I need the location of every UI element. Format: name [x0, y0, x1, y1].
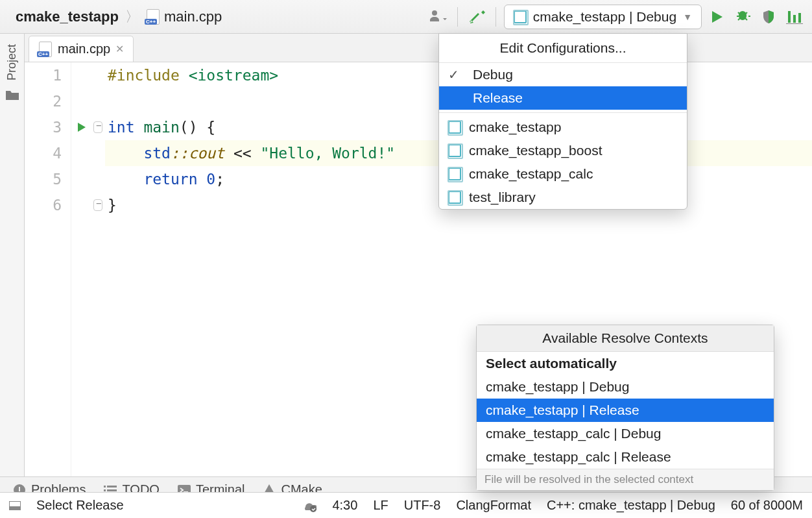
application-icon — [448, 144, 461, 157]
resolve-item-selected[interactable]: cmake_testapp | Release — [477, 399, 774, 422]
profile-label: Release — [473, 90, 523, 106]
target-cmake-testapp[interactable]: cmake_testapp — [439, 116, 687, 139]
panel-toggle-icon[interactable] — [9, 501, 21, 510]
svg-rect-3 — [104, 486, 106, 487]
breadcrumb-file[interactable]: main.cpp — [142, 7, 226, 27]
target-test-library[interactable]: test_library — [439, 186, 687, 209]
run-gutter — [71, 62, 91, 484]
svg-rect-5 — [104, 489, 106, 491]
breadcrumb-file-label: main.cpp — [164, 8, 222, 25]
profile-debug-item[interactable]: ✓ Debug — [439, 63, 687, 86]
resolve-item-auto[interactable]: Select automatically — [477, 352, 774, 375]
application-icon — [514, 10, 527, 23]
chevron-down-icon: ▼ — [683, 12, 692, 22]
fold-gutter — [91, 62, 105, 484]
tab-label: main.cpp — [58, 42, 110, 56]
encoding[interactable]: UTF-8 — [404, 498, 441, 513]
project-tool-button[interactable]: Project — [5, 40, 19, 84]
run-config-label: cmake_testapp | Debug — [533, 9, 676, 25]
debug-button[interactable] — [732, 6, 754, 28]
resolve-item[interactable]: cmake_testapp | Debug — [477, 375, 774, 399]
run-line-button[interactable] — [71, 114, 91, 140]
chevron-right-icon: 〉 — [125, 7, 139, 27]
breadcrumb-project[interactable]: cmake_testapp — [12, 7, 123, 27]
fold-handle-icon[interactable] — [93, 199, 102, 211]
tab-main-cpp[interactable]: main.cpp ✕ — [29, 36, 134, 62]
status-message: Select Release — [36, 498, 124, 513]
cpp-file-icon — [38, 42, 53, 56]
profile-label: Debug — [473, 67, 513, 82]
edit-configurations-item[interactable]: Edit Configurations... — [439, 34, 687, 63]
status-bar: Select Release 4:30 LF UTF-8 ClangFormat… — [0, 492, 812, 518]
resolve-item[interactable]: cmake_testapp_calc | Debug — [477, 422, 774, 445]
target-cmake-testapp-boost[interactable]: cmake_testapp_boost — [439, 139, 687, 162]
run-config-dropdown: Edit Configurations... ✓ Debug Release c… — [438, 33, 687, 210]
build-button[interactable] — [466, 6, 488, 28]
caret-position[interactable]: 4:30 — [332, 498, 357, 513]
memory-indicator[interactable]: 60 of 8000M — [731, 498, 803, 513]
breadcrumb: cmake_testapp 〉 main.cpp — [12, 7, 226, 27]
run-config-selector[interactable]: cmake_testapp | Debug ▼ — [504, 5, 702, 29]
application-icon — [448, 121, 461, 134]
svg-rect-4 — [107, 486, 117, 487]
application-icon — [448, 167, 461, 180]
line-ending[interactable]: LF — [373, 498, 388, 513]
code-style[interactable]: ClangFormat — [456, 498, 531, 513]
checkmark-icon: ✓ — [448, 67, 465, 82]
collaborators-button[interactable] — [427, 6, 449, 28]
main-toolbar: cmake_testapp 〉 main.cpp cmake_testapp |… — [0, 0, 812, 34]
svg-point-11 — [310, 506, 316, 512]
resolve-context-popup: Available Resolve Contexts Select automa… — [476, 325, 774, 491]
close-icon[interactable]: ✕ — [115, 43, 124, 55]
application-icon — [448, 191, 461, 204]
coverage-button[interactable] — [758, 6, 780, 28]
dropdown-separator — [439, 112, 687, 113]
fold-handle-icon[interactable] — [93, 121, 102, 133]
profile-release-item[interactable]: Release — [439, 86, 687, 110]
resolve-footer: File will be resolved in the selected co… — [477, 469, 774, 490]
resolve-item[interactable]: cmake_testapp_calc | Release — [477, 445, 774, 469]
sync-status-button[interactable] — [301, 499, 316, 512]
project-tool-strip: Project — [0, 34, 25, 484]
run-button[interactable] — [706, 6, 728, 28]
cpp-file-icon — [146, 10, 160, 24]
line-gutter: 1 2 3 4 5 6 — [25, 62, 71, 484]
target-cmake-testapp-calc[interactable]: cmake_testapp_calc — [439, 162, 687, 186]
folder-icon — [5, 90, 19, 103]
svg-rect-6 — [107, 489, 117, 491]
resolve-title: Available Resolve Contexts — [477, 325, 774, 352]
profile-button[interactable] — [783, 6, 806, 28]
svg-rect-1 — [19, 487, 20, 491]
editor-tabs: main.cpp ✕ — [25, 34, 812, 62]
resolve-context-status[interactable]: C++: cmake_testapp | Debug — [547, 498, 715, 513]
